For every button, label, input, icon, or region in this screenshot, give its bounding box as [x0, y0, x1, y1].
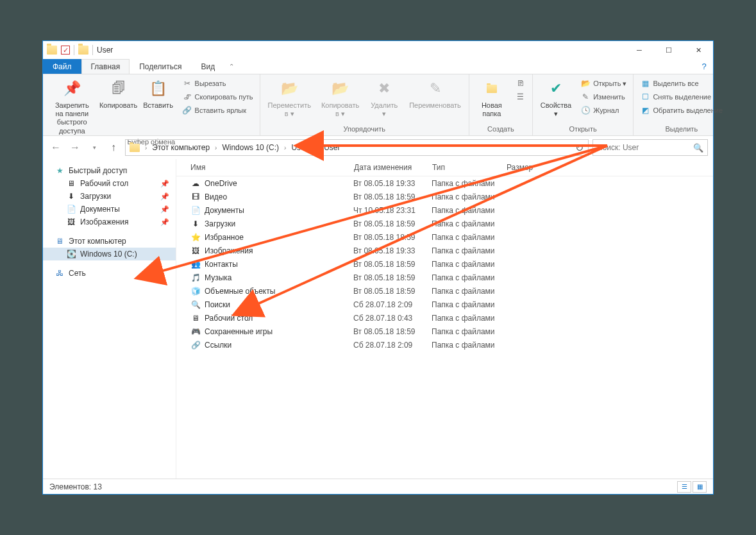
history-icon: 🕓 [580, 105, 591, 115]
copy-to-icon: 📂 [330, 78, 351, 99]
delete-icon: ✖ [374, 78, 394, 99]
move-to-icon: 📂 [279, 78, 299, 99]
file-row[interactable]: 👥КонтактыВт 08.05.18 18:59Папка с файлам… [176, 257, 713, 271]
rename-icon: ✎ [425, 78, 446, 99]
new-item-button[interactable]: 🖹 [513, 77, 528, 90]
search-icon: 🔍 [693, 143, 703, 153]
sidebar-drive[interactable]: 💽Windows 10 (C:) [43, 248, 176, 260]
back-button[interactable]: ← [48, 140, 63, 155]
paste-icon: 📋 [148, 78, 169, 99]
explorer-window: ✓ User ─ ☐ ✕ Файл Главная Поделиться Вид… [42, 40, 714, 495]
paste-button[interactable]: 📋 Вставить [140, 76, 177, 112]
minimize-button[interactable]: ─ [625, 41, 654, 59]
file-row[interactable]: 🖼ИзображенияВт 08.05.18 19:33Папка с фай… [176, 244, 713, 257]
navbar: ← → ▾ ↑ › Этот компьютер› Windows 10 (C:… [43, 136, 713, 159]
select-all-button[interactable]: ▦Выделить все [637, 77, 725, 90]
pin-icon: 📌 [62, 78, 82, 99]
file-row[interactable]: 🎮Сохраненные игрыВт 08.05.18 18:59Папка … [176, 325, 713, 338]
file-row[interactable]: 📄ДокументыЧт 10.05.18 23:31Папка с файла… [176, 203, 713, 217]
quick-access-toolbar-icon[interactable]: ✓ [61, 46, 70, 55]
history-button[interactable]: 🕓Журнал [578, 104, 629, 117]
file-row[interactable]: ☁OneDriveВт 08.05.18 19:33Папка с файлам… [176, 176, 713, 190]
breadcrumb-item[interactable]: Windows 10 (C:) [219, 140, 281, 155]
paste-shortcut-button[interactable]: 🔗Вставить ярлык [180, 104, 256, 117]
breadcrumb-item[interactable]: User [321, 140, 342, 155]
rename-button[interactable]: ✎Переименовать [405, 76, 465, 112]
copy-path-button[interactable]: 🖇Скопировать путь [180, 90, 256, 103]
breadcrumb-item[interactable]: Этот компьютер [149, 140, 212, 155]
copy-button[interactable]: 🗐 Копировать [100, 76, 137, 112]
open-icon: 📂 [580, 78, 591, 89]
file-row[interactable]: 🎵МузыкаВт 08.05.18 18:59Папка с файлами [176, 271, 713, 284]
invert-selection-button[interactable]: ◩Обратить выделение [637, 104, 725, 117]
select-none-icon: ☐ [640, 92, 650, 102]
file-row[interactable]: 🖥Рабочий столСб 28.07.18 0:43Папка с фай… [176, 311, 713, 325]
sidebar-item[interactable]: 🖼Изображения📌 [43, 216, 176, 228]
maximize-button[interactable]: ☐ [654, 41, 684, 59]
col-name[interactable]: Имя [190, 163, 354, 172]
file-row[interactable]: 🧊Объемные объектыВт 08.05.18 18:59Папка … [176, 284, 713, 298]
view-details-button[interactable]: ☰ [677, 481, 691, 493]
breadcrumb-item[interactable]: Users [289, 140, 314, 155]
file-row[interactable]: 🔗СсылкиСб 28.07.18 2:09Папка с файлами [176, 338, 713, 352]
folder-icon [482, 78, 502, 99]
group-new: Создать [473, 125, 528, 134]
tab-share[interactable]: Поделиться [130, 59, 191, 74]
copy-to-button[interactable]: 📂Копировать в ▾ [317, 76, 363, 121]
properties-button[interactable]: ✔Свойства ▾ [537, 76, 575, 121]
group-select: Выделить [637, 125, 725, 134]
edit-button[interactable]: ✎Изменить [578, 90, 629, 103]
sidebar-network[interactable]: 🖧Сеть [43, 267, 176, 280]
view-thumbnails-button[interactable]: ▦ [693, 481, 707, 493]
col-date[interactable]: Дата изменения [354, 163, 432, 172]
recent-button[interactable]: ▾ [87, 140, 102, 155]
folder-icon [78, 46, 88, 55]
easy-access-button[interactable]: ☰ [513, 90, 528, 103]
help-button[interactable]: ? [695, 59, 713, 74]
file-row[interactable]: 🎞ВидеоВт 08.05.18 18:59Папка с файлами [176, 190, 713, 203]
group-organize: Упорядочить [264, 125, 465, 134]
tab-file[interactable]: Файл [43, 59, 81, 74]
folder-icon [130, 144, 140, 152]
close-button[interactable]: ✕ [684, 41, 713, 59]
sidebar-item[interactable]: 📄Документы📌 [43, 203, 176, 216]
status-count: Элементов: 13 [49, 482, 102, 491]
pin-quick-access-button[interactable]: 📌 Закрепить на панели быстрого доступа [47, 76, 97, 138]
address-bar[interactable]: › Этот компьютер› Windows 10 (C:)› Users… [125, 139, 589, 156]
col-type[interactable]: Тип [432, 163, 507, 172]
sidebar-this-pc[interactable]: 🖥Этот компьютер [43, 235, 176, 248]
refresh-button[interactable]: ↻ [571, 142, 587, 154]
search-input[interactable] [597, 143, 693, 152]
copy-icon: 🗐 [108, 78, 129, 99]
paste-shortcut-icon: 🔗 [182, 105, 192, 115]
edit-icon: ✎ [580, 92, 591, 102]
move-to-button[interactable]: 📂Переместить в ▾ [264, 76, 315, 121]
invert-icon: ◩ [640, 105, 650, 115]
select-all-icon: ▦ [640, 78, 650, 89]
ribbon: 📌 Закрепить на панели быстрого доступа 🗐… [43, 74, 713, 136]
file-row[interactable]: 🔍ПоискиСб 28.07.18 2:09Папка с файлами [176, 298, 713, 311]
copy-path-icon: 🖇 [182, 92, 192, 102]
select-none-button[interactable]: ☐Снять выделение [637, 90, 725, 103]
sidebar-item[interactable]: ⬇Загрузки📌 [43, 190, 176, 203]
file-row[interactable]: ⬇ЗагрузкиВт 08.05.18 18:59Папка с файлам… [176, 217, 713, 230]
tab-home[interactable]: Главная [81, 59, 130, 74]
ribbon-collapse-button[interactable]: ⌃ [224, 59, 239, 74]
search-box[interactable]: 🔍 [592, 139, 708, 156]
file-row[interactable]: ⭐ИзбранноеВт 08.05.18 18:59Папка с файла… [176, 230, 713, 244]
statusbar: Элементов: 13 ☰ ▦ [43, 479, 713, 494]
cut-button[interactable]: ✂Вырезать [180, 77, 256, 90]
sidebar-quick-access[interactable]: ★Быстрый доступ [43, 164, 176, 177]
forward-button[interactable]: → [67, 140, 83, 155]
new-folder-button[interactable]: Новая папка [473, 76, 510, 121]
column-headers[interactable]: Имя Дата изменения Тип Размер [176, 159, 713, 176]
tab-view[interactable]: Вид [191, 59, 224, 74]
col-size[interactable]: Размер [507, 163, 558, 172]
delete-button[interactable]: ✖Удалить ▾ [365, 76, 403, 121]
up-button[interactable]: ↑ [106, 140, 121, 155]
open-button[interactable]: 📂Открыть ▾ [578, 77, 629, 90]
sidebar-item[interactable]: 🖥Рабочий стол📌 [43, 177, 176, 190]
sidebar: ★Быстрый доступ 🖥Рабочий стол📌⬇Загрузки📌… [43, 159, 176, 479]
properties-icon: ✔ [546, 78, 566, 99]
ribbon-tabs: Файл Главная Поделиться Вид ⌃ ? [43, 59, 713, 74]
